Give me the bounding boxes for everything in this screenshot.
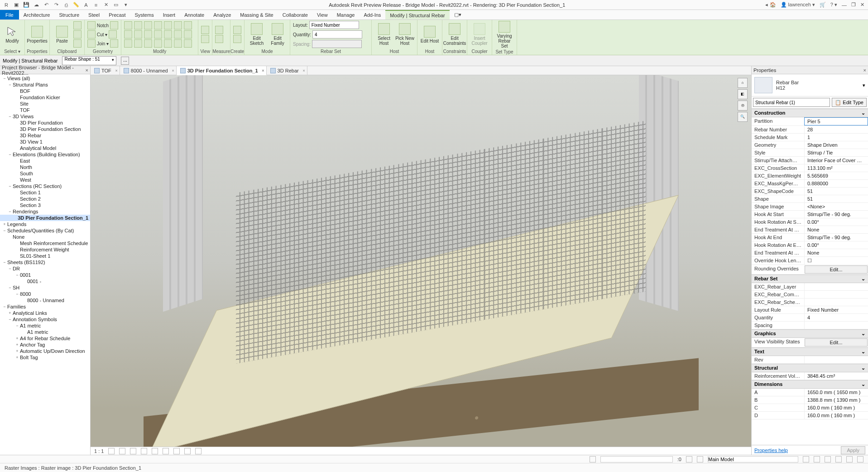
expand-icon[interactable]: + [2, 222, 7, 226]
expand-icon[interactable]: − [7, 266, 13, 271]
select-links-icon[interactable] [803, 456, 809, 462]
close-icon[interactable]: ✕ [860, 2, 864, 8]
tree-item[interactable]: 3D Rebar [0, 132, 90, 139]
more-icon[interactable]: ▾ [122, 1, 129, 9]
tree-item[interactable]: −SH [0, 284, 90, 291]
prop-value[interactable]: Pier 5 [804, 117, 868, 125]
tree-item[interactable]: Mesh Reinforcement Schedule [0, 240, 90, 246]
prop-row[interactable]: A1650.0 mm ( 1650 mm ) [752, 389, 868, 396]
prop-row[interactable]: Hook Rotation At End0.00° [752, 241, 868, 249]
rebar-shape-combo[interactable]: Rebar Shape : 51 [62, 56, 116, 65]
collapse-icon[interactable]: ⌄ [861, 365, 865, 371]
tree-item[interactable]: 8000 - Unnamed [0, 297, 90, 303]
sel-filter-icon[interactable] [857, 456, 863, 462]
cut-geom-icon[interactable] [87, 30, 96, 39]
tree-item[interactable]: −DR [0, 265, 90, 272]
properties-help-link[interactable]: Properties help [754, 448, 788, 453]
select-underlay-icon[interactable] [814, 456, 820, 462]
selection-filter-combo[interactable] [753, 98, 830, 107]
prop-row[interactable]: Rounding OverridesEdit... [752, 265, 868, 275]
menu-tab-massing-site[interactable]: Massing & Site [235, 10, 278, 19]
tree-item[interactable]: −Annotation Symbols [0, 316, 90, 323]
expand-icon[interactable]: − [7, 317, 13, 322]
prop-value[interactable]: Edit... [805, 265, 868, 274]
tree-item[interactable]: None [0, 234, 90, 240]
menu-tab-view[interactable]: View [312, 10, 332, 19]
prop-row[interactable]: Override Hook Lengths☐ [752, 257, 868, 265]
expand-icon[interactable]: + [14, 355, 20, 360]
prop-value[interactable]: 0.00° [804, 241, 868, 249]
file-tab[interactable]: File [0, 10, 19, 19]
menu-tab-steel[interactable]: Steel [84, 10, 104, 19]
help-icon[interactable]: ? ▾ [830, 2, 837, 8]
prop-value[interactable]: Fixed Number [804, 306, 868, 313]
rotate-icon[interactable] [134, 39, 142, 48]
ellipsis-button[interactable]: ... [121, 57, 129, 65]
scale-icon[interactable] [154, 30, 162, 39]
switch-windows-icon[interactable]: ▭ [112, 1, 120, 9]
tree-item[interactable]: South [0, 170, 90, 177]
view-tab-close-icon[interactable]: × [115, 68, 118, 73]
edit-sketch-button[interactable]: Edit Sketch [247, 23, 266, 46]
tree-item[interactable]: −Views (all) [0, 75, 90, 82]
prop-value[interactable]: 28 [804, 126, 868, 133]
align-icon[interactable] [124, 21, 132, 29]
main-model-combo[interactable] [708, 456, 798, 462]
prop-value[interactable]: 5.565669 [804, 172, 868, 179]
move-icon[interactable] [124, 30, 132, 39]
menu-tab-insert[interactable]: Insert [158, 10, 180, 19]
offset-icon[interactable] [134, 21, 142, 29]
tree-item[interactable]: 3D Pier Foundation Section_1 [0, 215, 90, 221]
prop-value[interactable]: Shape Driven [804, 141, 868, 149]
save-icon[interactable]: 💾 [23, 1, 30, 9]
prop-value[interactable]: 51 [804, 195, 868, 202]
menu-tab-add-ins[interactable]: Add-Ins [359, 10, 385, 19]
tree-item[interactable]: A1 metric [0, 329, 90, 335]
prop-value[interactable]: 160.0 mm ( 160 mm ) [804, 412, 868, 419]
prop-group-header[interactable]: Structural⌄ [752, 364, 868, 372]
project-browser-close-icon[interactable]: × [86, 67, 88, 73]
prop-row[interactable]: EXC_Rebar_Schedule_No [752, 299, 868, 306]
shadows-icon[interactable] [141, 448, 147, 454]
collapse-icon[interactable]: ⌄ [861, 276, 865, 282]
prop-row[interactable]: Layout RuleFixed Number [752, 306, 868, 314]
tree-item[interactable]: Reinforcement Weight [0, 246, 90, 253]
tree-item[interactable]: −8000 [0, 291, 90, 297]
tree-item[interactable]: +Analytical Links [0, 310, 90, 316]
prop-value[interactable] [804, 356, 868, 363]
prop-value[interactable]: Stirrup / Tie [804, 149, 868, 156]
prop-row[interactable]: StyleStirrup / Tie [752, 149, 868, 157]
tree-item[interactable]: −3D Views [0, 113, 90, 120]
layout-combo[interactable] [309, 21, 359, 29]
view-tab[interactable]: TOF× [91, 66, 120, 75]
properties-button[interactable]: Properties [28, 26, 47, 43]
viewcube-icon[interactable]: ◧ [738, 89, 748, 99]
visual-style-icon[interactable] [119, 448, 125, 454]
tree-item[interactable]: 3D Pier Foundation Section [0, 126, 90, 132]
view-tab[interactable]: 3D Rebar× [267, 66, 307, 75]
view-tab-close-icon[interactable]: × [172, 68, 174, 73]
tree-item[interactable]: North [0, 164, 90, 170]
match-icon[interactable] [73, 39, 82, 48]
tree-item[interactable]: −Sheets (BS1192) [0, 259, 90, 265]
prop-row[interactable]: EXC_ElementWeight5.565669 [752, 172, 868, 180]
expand-icon[interactable]: − [14, 323, 20, 328]
view-tab[interactable]: 8000 - Unnamed× [120, 66, 177, 75]
tree-item[interactable]: 3D Pier Foundation [0, 120, 90, 126]
scale-display[interactable]: 1 : 1 [94, 448, 104, 454]
tree-item[interactable]: −Renderings [0, 208, 90, 215]
view-tab-close-icon[interactable]: × [302, 68, 305, 73]
select-pinned-icon[interactable] [825, 456, 831, 462]
prop-row[interactable]: Rebar Number28 [752, 126, 868, 134]
array-icon[interactable] [144, 39, 152, 48]
reveal-hidden-icon[interactable] [195, 448, 201, 454]
home-nav-icon[interactable]: ⌂ [738, 78, 748, 88]
tree-item[interactable]: −Elevations (Building Elevation) [0, 151, 90, 158]
prop-row[interactable]: Quantity4 [752, 314, 868, 322]
expand-icon[interactable]: − [7, 152, 13, 157]
expand-icon[interactable]: − [2, 76, 7, 81]
prop-row[interactable]: Reinforcement Volume3848.45 cm³ [752, 372, 868, 380]
prop-value[interactable]: Stirrup/Tie - 90 deg. [804, 234, 868, 241]
prop-value[interactable] [804, 299, 868, 306]
prop-value[interactable]: 1650.0 mm ( 1650 mm ) [804, 389, 868, 396]
